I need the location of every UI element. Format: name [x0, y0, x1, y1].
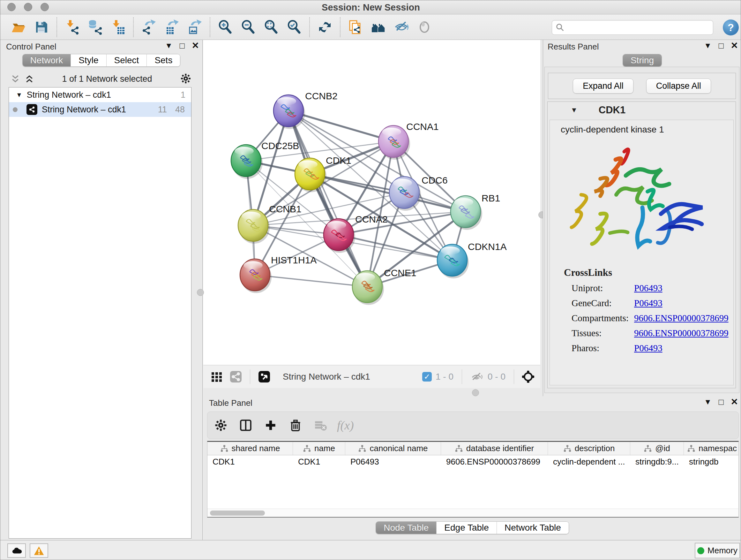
float-results-icon[interactable]: □ — [719, 42, 724, 50]
tab-node-table[interactable]: Node Table — [376, 522, 436, 534]
crosslink-value-link[interactable]: P06493 — [634, 298, 663, 308]
delete-column-button[interactable] — [287, 416, 304, 434]
tab-network-table[interactable]: Network Table — [496, 522, 569, 534]
crosslink-value-link[interactable]: 9606.ENSP00000378699 — [634, 328, 729, 338]
table-cell[interactable]: CDK1 — [293, 455, 345, 468]
string-home-button[interactable] — [368, 17, 388, 37]
toolbar-group — [9, 17, 51, 37]
export-network-button[interactable] — [139, 17, 158, 37]
duplicate-network-button[interactable] — [346, 17, 365, 37]
expand-all-tree-icon[interactable] — [10, 74, 20, 84]
refresh-view-button[interactable] — [315, 17, 335, 37]
network-row[interactable]: String Network – cdk1 11 48 — [9, 102, 191, 117]
show-graphics-details-button[interactable] — [414, 17, 434, 37]
birdseye-view-button[interactable] — [258, 370, 271, 383]
table-cell[interactable]: CDK1 — [207, 455, 293, 468]
selected-checkbox[interactable]: ✓ — [422, 372, 432, 381]
float-table-icon[interactable]: □ — [719, 398, 724, 406]
node-cdc25b[interactable] — [231, 145, 263, 179]
left-splitter-handle[interactable] — [197, 289, 204, 296]
edge-ccna2-cdkn1a[interactable] — [339, 235, 452, 260]
crosslink-value-link[interactable]: 9606.ENSP00000378699 — [634, 313, 729, 323]
node-ccne1[interactable] — [352, 271, 384, 305]
node-hist1h1a[interactable] — [240, 259, 272, 293]
delete-table-button[interactable] — [312, 416, 329, 434]
table-horizontal-scrollbar[interactable] — [207, 509, 738, 517]
column-header-shared-name[interactable]: shared name — [207, 442, 293, 455]
float-panel-icon[interactable]: □ — [180, 42, 185, 50]
crosslink-value-link[interactable]: P06493 — [634, 283, 663, 294]
show-columns-button[interactable] — [238, 416, 254, 434]
hide-selected-button[interactable] — [392, 17, 411, 37]
collection-expand-icon[interactable]: ▼ — [16, 91, 22, 99]
zoom-fit-button[interactable] — [261, 17, 281, 37]
network-canvas[interactable]: CCNB2CCNA1CDC25BCDK1CDC6RB1CCNB1CCNA2CDK… — [203, 40, 540, 365]
column-header-name[interactable]: name — [293, 442, 345, 455]
warning-status-button[interactable] — [30, 543, 48, 558]
close-panel-icon[interactable]: ✕ — [192, 41, 199, 50]
close-table-icon[interactable]: ✕ — [731, 397, 738, 407]
node-ccna2[interactable] — [324, 219, 355, 253]
column-header-@id[interactable]: @id — [630, 442, 684, 455]
column-header-description[interactable]: description — [548, 442, 630, 455]
zoom-out-button[interactable] — [239, 17, 258, 37]
close-results-icon[interactable]: ✕ — [731, 41, 738, 50]
node-cdk1[interactable] — [295, 158, 327, 192]
tab-string[interactable]: String — [623, 54, 662, 66]
table-cell[interactable]: stringdb — [684, 455, 739, 468]
scrollbar-thumb[interactable] — [210, 510, 265, 516]
edge-hist1h1a-ccne1[interactable] — [255, 275, 367, 287]
table-cell[interactable]: cyclin-dependent ... — [548, 455, 630, 468]
collapse-results-icon[interactable]: ▼ — [704, 42, 712, 50]
cdk1-section-header[interactable]: ▼ CDK1 — [548, 102, 736, 118]
collapse-all-tree-icon[interactable] — [24, 74, 34, 84]
node-rb1[interactable] — [451, 196, 482, 230]
export-image-button[interactable] — [185, 17, 205, 37]
node-cdkn1a[interactable] — [437, 244, 469, 278]
table-cell[interactable]: 9606.ENSP00000378699 — [441, 455, 548, 468]
node-cdc6[interactable] — [389, 177, 421, 211]
zoom-in-button[interactable] — [215, 17, 235, 37]
memory-button[interactable]: Memory — [695, 543, 740, 558]
node-label-cdc6: CDC6 — [421, 175, 448, 186]
tab-network[interactable]: Network — [23, 54, 71, 66]
fit-selected-button[interactable] — [522, 370, 535, 383]
table-options-button[interactable] — [212, 416, 229, 434]
tab-select[interactable]: Select — [106, 54, 147, 66]
tab-style[interactable]: Style — [71, 54, 106, 66]
toolbar-separator — [309, 17, 310, 37]
network-options-button[interactable] — [180, 73, 192, 85]
zoom-selected-button[interactable] — [284, 17, 304, 37]
cloud-status-button[interactable] — [7, 543, 26, 558]
collapse-all-button[interactable]: Collapse All — [646, 78, 711, 94]
table-cell[interactable]: stringdb:9... — [630, 455, 684, 468]
control-panel-header: Control Panel ▼ □ ✕ — [0, 40, 202, 52]
import-network-database-button[interactable] — [85, 17, 105, 37]
collapse-panel-icon[interactable]: ▼ — [165, 42, 173, 50]
tab-sets[interactable]: Sets — [146, 54, 180, 66]
node-ccna1[interactable] — [379, 125, 410, 160]
column-header-canonical-name[interactable]: canonical name — [345, 442, 441, 455]
bottom-splitter-handle[interactable] — [472, 389, 479, 396]
grid-view-button[interactable] — [210, 370, 223, 383]
network-collection-row[interactable]: ▼ String Network – cdk1 1 — [9, 87, 191, 102]
expand-all-button[interactable]: Expand All — [573, 78, 633, 94]
import-table-file-button[interactable] — [108, 17, 128, 37]
collapse-table-icon[interactable]: ▼ — [704, 398, 712, 406]
function-builder-icon[interactable]: f(x) — [337, 418, 354, 432]
column-header-database-identifier[interactable]: database identifier — [441, 442, 548, 455]
help-button[interactable]: ? — [723, 19, 739, 36]
open-session-button[interactable] — [9, 17, 28, 37]
section-expand-icon[interactable]: ▼ — [570, 106, 578, 114]
crosslink-value-link[interactable]: P06493 — [634, 343, 663, 354]
table-cell[interactable]: P06493 — [345, 455, 441, 468]
save-session-button[interactable] — [31, 17, 51, 37]
network-icon-button[interactable] — [229, 370, 242, 383]
add-column-button[interactable] — [262, 416, 279, 434]
column-header-namespac[interactable]: namespac — [684, 442, 739, 455]
import-network-file-button[interactable] — [62, 17, 82, 37]
tab-edge-table[interactable]: Edge Table — [436, 522, 496, 534]
export-table-button[interactable] — [162, 17, 182, 37]
table-row[interactable]: CDK1CDK1P064939606.ENSP00000378699cyclin… — [207, 455, 738, 468]
search-input[interactable] — [565, 21, 713, 34]
